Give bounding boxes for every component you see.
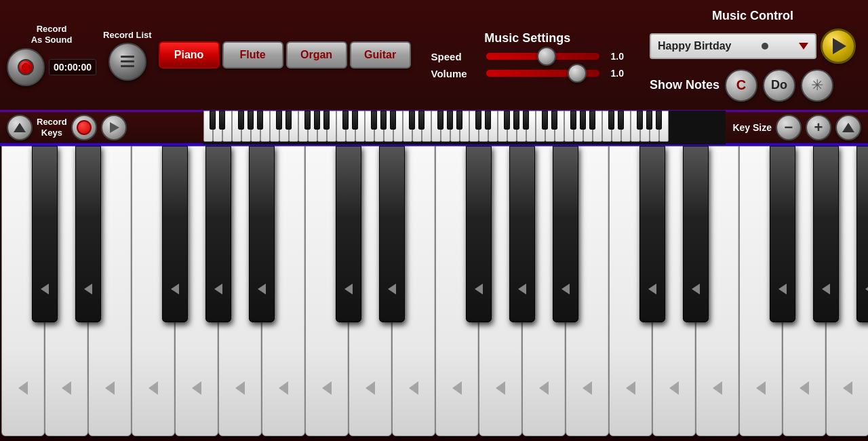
record-keys-section: Record Keys <box>0 115 203 140</box>
dropdown-arrow-icon <box>799 43 808 50</box>
volume-slider-row: Volume 1.0 <box>431 68 624 79</box>
volume-label: Volume <box>431 68 479 79</box>
black-key[interactable] <box>683 146 709 322</box>
key-size-decrease-button[interactable]: − <box>776 115 802 140</box>
show-notes-row: Show Notes C Do ✳ <box>650 69 856 102</box>
black-key[interactable] <box>205 146 231 322</box>
flute-button[interactable]: Flute <box>222 41 283 69</box>
volume-thumb[interactable] <box>568 64 587 83</box>
record-sound-label: Record As Sound <box>31 24 73 45</box>
speed-label: Speed <box>431 51 479 62</box>
play-triangle-icon <box>833 38 846 54</box>
black-key[interactable] <box>813 146 839 322</box>
black-key[interactable] <box>553 146 578 322</box>
volume-track[interactable] <box>486 69 600 77</box>
instrument-buttons: Piano Flute Organ Guitar <box>159 40 411 70</box>
record-keys-label: Record Keys <box>37 117 67 138</box>
volume-value: 1.0 <box>607 68 624 79</box>
black-key[interactable] <box>856 146 868 322</box>
music-control-title: Music Control <box>712 9 793 23</box>
song-row: Happy Birtday <box>650 28 856 64</box>
speed-value: 1.0 <box>607 51 624 62</box>
speed-slider-row: Speed 1.0 <box>431 51 624 62</box>
black-key[interactable] <box>249 146 275 322</box>
record-circle-icon <box>77 120 92 135</box>
key-size-up-button[interactable] <box>835 115 861 140</box>
play-small-icon <box>110 122 119 133</box>
organ-button[interactable]: Organ <box>286 41 347 69</box>
record-keys-record-button[interactable] <box>71 115 97 140</box>
note-c-button[interactable]: C <box>725 69 757 102</box>
record-keys-play-button[interactable] <box>101 115 127 140</box>
song-dot <box>762 43 768 50</box>
up-triangle-icon <box>14 123 26 132</box>
mini-keyboard <box>203 111 726 145</box>
record-as-sound-section: Record As Sound 00:00:00 <box>7 24 96 85</box>
key-size-increase-button[interactable]: + <box>806 115 831 140</box>
record-btn-group: 00:00:00 <box>7 48 96 86</box>
piano-button[interactable]: Piano <box>159 41 220 69</box>
speed-track[interactable] <box>486 52 600 60</box>
music-settings-section: Music Settings Speed 1.0 Volume 1.0 <box>418 24 637 86</box>
list-icon <box>121 56 134 67</box>
black-key[interactable] <box>509 146 535 322</box>
up-triangle-icon-2 <box>842 123 854 132</box>
speed-thumb[interactable] <box>537 47 556 66</box>
black-key[interactable] <box>75 146 101 322</box>
record-sound-button[interactable] <box>7 48 45 86</box>
black-key[interactable] <box>379 146 405 322</box>
black-key[interactable] <box>336 146 361 322</box>
black-key[interactable] <box>466 146 492 322</box>
timer-display: 00:00:00 <box>49 59 96 75</box>
piano-section <box>0 146 868 441</box>
record-list-label: Record List <box>103 30 152 40</box>
music-settings-title: Music Settings <box>484 31 570 45</box>
song-name: Happy Birtday <box>658 40 731 52</box>
note-do-button[interactable]: Do <box>763 69 795 102</box>
record-list-section: Record List <box>103 30 152 81</box>
key-size-label: Key Size <box>732 122 772 133</box>
black-key[interactable] <box>770 146 795 322</box>
guitar-button[interactable]: Guitar <box>350 41 411 69</box>
song-selector[interactable]: Happy Birtday <box>650 33 816 59</box>
record-list-button[interactable] <box>108 43 146 81</box>
black-key[interactable] <box>162 146 188 322</box>
show-notes-label: Show Notes <box>650 78 719 92</box>
key-size-section: Key Size − + <box>726 115 868 140</box>
music-control-section: Music Control Happy Birtday Show Notes C… <box>644 3 861 107</box>
black-key[interactable] <box>32 146 58 322</box>
black-key[interactable] <box>639 146 665 322</box>
record-keys-up-button[interactable] <box>7 115 33 140</box>
middle-bar: Record Keys Key Size − + <box>0 112 868 146</box>
top-bar: Record As Sound 00:00:00 Record List Pia… <box>0 0 868 112</box>
note-sun-button[interactable]: ✳ <box>801 69 833 102</box>
play-button[interactable] <box>821 28 856 64</box>
